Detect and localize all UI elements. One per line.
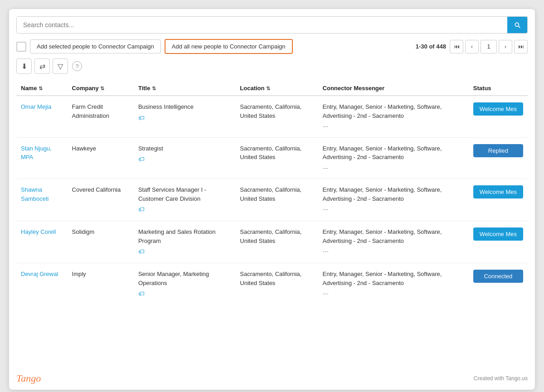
- download-button[interactable]: ⬇: [16, 58, 32, 74]
- cell-status: Welcome Mes: [469, 96, 528, 137]
- search-button[interactable]: [507, 17, 527, 33]
- filter-button[interactable]: ▽: [53, 58, 68, 74]
- title-sort-icon: ⇅: [152, 86, 156, 91]
- table-row: Hayley Corell Solidigm Marketing and Sal…: [16, 221, 528, 263]
- add-selected-button[interactable]: Add selected people to Connector Campaig…: [30, 39, 161, 53]
- next-page-button[interactable]: ›: [499, 40, 512, 53]
- tag-icon: 🏷: [138, 289, 231, 299]
- status-button[interactable]: Welcome Mes: [473, 227, 523, 241]
- help-icon: ?: [72, 61, 82, 71]
- toolbar-row: Add selected people to Connector Campaig…: [16, 39, 528, 54]
- company-sort-icon: ⇅: [100, 86, 104, 91]
- cell-name: Shawna Samboceti: [16, 179, 68, 221]
- cell-connector: Entry, Manager, Senior - Marketing, Soft…: [318, 263, 469, 305]
- cell-name: Devraj Grewal: [16, 263, 68, 305]
- contacts-table: Name ⇅ Company ⇅ Title ⇅ Location ⇅ Conn…: [16, 81, 528, 305]
- search-icon: [514, 21, 521, 29]
- table-row: Shawna Samboceti Covered California Staf…: [16, 179, 528, 221]
- table-row: Stan Njugu, MPA Hawkeye Strategist 🏷 Sac…: [16, 137, 528, 179]
- status-button[interactable]: Welcome Mes: [473, 185, 523, 198]
- cell-company: Imply: [68, 263, 134, 305]
- cell-status: Connected: [469, 263, 528, 305]
- location-sort-icon: ⇅: [266, 86, 270, 91]
- search-input[interactable]: [17, 17, 507, 33]
- cell-title: Strategist 🏷: [134, 137, 235, 179]
- col-header-company[interactable]: Company ⇅: [68, 81, 134, 96]
- cell-status: Welcome Mes: [469, 221, 528, 263]
- footer-tagline: Created with Tango.us: [474, 375, 528, 382]
- cell-status: Welcome Mes: [469, 179, 528, 221]
- search-bar: [16, 16, 528, 34]
- table-row: Devraj Grewal Imply Senior Manager, Mark…: [16, 263, 528, 305]
- col-header-name[interactable]: Name ⇅: [16, 81, 68, 96]
- cell-location: Sacramento, California, United States: [235, 263, 318, 305]
- cell-company: Covered California: [68, 179, 134, 221]
- cell-location: Sacramento, California, United States: [235, 221, 318, 263]
- add-all-button[interactable]: Add all new people to Connector Campaign: [165, 39, 293, 54]
- pagination-group: 1-30 of 448 ⏮ ‹ › ⏭: [416, 40, 528, 53]
- tag-icon: 🏷: [138, 247, 231, 256]
- cell-connector: Entry, Manager, Senior - Marketing, Soft…: [318, 137, 469, 179]
- cell-name: Stan Njugu, MPA: [16, 137, 68, 179]
- cell-title: Senior Manager, Marketing Operations 🏷: [134, 263, 235, 305]
- tag-icon: 🏷: [138, 155, 231, 164]
- cell-connector: Entry, Manager, Senior - Marketing, Soft…: [318, 96, 469, 137]
- cell-connector: Entry, Manager, Senior - Marketing, Soft…: [318, 179, 469, 221]
- cell-location: Sacramento, California, United States: [235, 179, 318, 221]
- prev-page-button[interactable]: ‹: [465, 40, 479, 53]
- cell-location: Sacramento, California, United States: [235, 96, 318, 137]
- cell-company: Solidigm: [68, 221, 134, 263]
- status-button[interactable]: Replied: [473, 144, 523, 157]
- cell-name: Omar Mejia: [16, 96, 68, 137]
- contact-name-link[interactable]: Hayley Corell: [21, 228, 56, 235]
- tag-icon: 🏷: [138, 205, 231, 214]
- cell-company: Hawkeye: [68, 137, 134, 179]
- tango-logo: Tango: [16, 373, 41, 384]
- contact-name-link[interactable]: Stan Njugu, MPA: [21, 145, 52, 161]
- cell-location: Sacramento, California, United States: [235, 137, 318, 179]
- shuffle-icon: ⇄: [39, 62, 45, 71]
- col-header-location[interactable]: Location ⇅: [235, 81, 318, 96]
- page-number-input[interactable]: [481, 40, 497, 53]
- cell-title: Business Intelligence 🏷: [134, 96, 235, 137]
- contact-name-link[interactable]: Devraj Grewal: [21, 271, 58, 277]
- help-button[interactable]: ?: [71, 60, 83, 73]
- col-header-title[interactable]: Title ⇅: [134, 81, 235, 96]
- cell-company: Farm Credit Administration: [68, 96, 134, 137]
- tag-icon: 🏷: [138, 113, 231, 123]
- icon-row: ⬇ ⇄ ▽ ?: [16, 58, 528, 74]
- filter-icon: ▽: [58, 62, 63, 71]
- contact-name-link[interactable]: Shawna Samboceti: [21, 186, 49, 202]
- name-sort-icon: ⇅: [39, 86, 43, 91]
- col-header-connector: Connector Messenger: [318, 81, 469, 96]
- cell-title: Staff Services Manager I - Customer Care…: [134, 179, 235, 221]
- cell-status: Replied: [469, 137, 528, 179]
- download-icon: ⬇: [21, 62, 27, 71]
- pagination-info: 1-30 of 448: [416, 43, 446, 50]
- shuffle-button[interactable]: ⇄: [34, 58, 50, 74]
- first-page-button[interactable]: ⏮: [450, 40, 463, 53]
- last-page-button[interactable]: ⏭: [514, 40, 528, 53]
- contact-name-link[interactable]: Omar Mejia: [21, 103, 51, 110]
- cell-title: Marketing and Sales Rotation Program 🏷: [134, 221, 235, 263]
- table-row: Omar Mejia Farm Credit Administration Bu…: [16, 96, 528, 137]
- cell-connector: Entry, Manager, Senior - Marketing, Soft…: [318, 221, 469, 263]
- cell-name: Hayley Corell: [16, 221, 68, 263]
- select-all-checkbox[interactable]: [16, 42, 26, 52]
- col-header-status: Status: [469, 81, 528, 96]
- status-button[interactable]: Connected: [473, 270, 523, 283]
- status-button[interactable]: Welcome Mes: [473, 102, 523, 116]
- footer: Tango Created with Tango.us: [16, 373, 528, 384]
